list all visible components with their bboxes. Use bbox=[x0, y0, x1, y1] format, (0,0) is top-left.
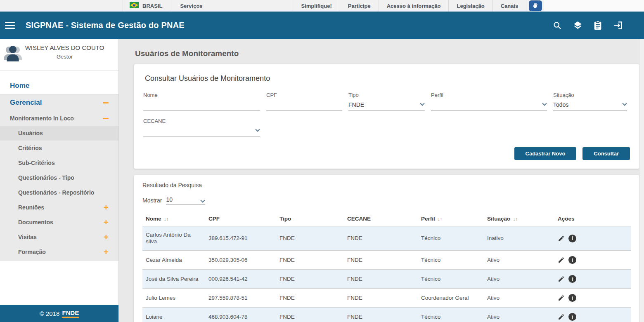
gov-link-acesso-a-informacao[interactable]: Acesso à informação bbox=[379, 0, 449, 12]
expand-plus-icon[interactable]: + bbox=[104, 220, 109, 225]
sort-icon[interactable]: ↓↑ bbox=[438, 216, 442, 222]
search-button[interactable]: Consultar bbox=[582, 147, 630, 160]
sidebar-item-sub-criterios[interactable]: Sub-Critérios bbox=[0, 155, 118, 170]
cell-cecane: FNDE bbox=[344, 270, 418, 289]
sidebar-item-questionarios-repositorio[interactable]: Questionários - Repositório bbox=[0, 185, 118, 200]
table-body: Carlos Antônio Da silva389.615.472-91FND… bbox=[142, 226, 631, 322]
clipboard-icon[interactable] bbox=[594, 21, 602, 30]
cecane-select[interactable] bbox=[143, 124, 260, 136]
gov-brand[interactable]: BRASIL bbox=[123, 0, 169, 12]
cell-situacao: Inativo bbox=[484, 226, 554, 251]
page-title: Usuários de Monitoramento bbox=[135, 49, 639, 58]
column-header-nome[interactable]: Nome↓↑ bbox=[142, 212, 205, 226]
gov-link-simplifique[interactable]: Simplifique! bbox=[293, 0, 340, 12]
info-icon[interactable]: i bbox=[568, 235, 576, 242]
edit-icon[interactable] bbox=[558, 294, 565, 301]
cpf-input[interactable] bbox=[266, 98, 342, 110]
cell-cecane: FNDE bbox=[344, 226, 418, 251]
info-icon[interactable]: i bbox=[568, 275, 576, 283]
column-header-cpf: CPF bbox=[205, 212, 276, 226]
gov-bar: BRASIL ServiçosSimplifique!ParticipeAces… bbox=[0, 0, 644, 12]
column-label: Situação bbox=[487, 216, 510, 222]
sidebar-footer: © 2018 FNDE bbox=[0, 305, 118, 322]
info-icon[interactable]: i bbox=[568, 313, 576, 321]
collapse-minus-icon[interactable] bbox=[103, 118, 109, 119]
edit-icon[interactable] bbox=[558, 235, 565, 242]
column-label: CPF bbox=[208, 216, 220, 222]
menu-icon[interactable] bbox=[5, 20, 15, 31]
cell-cpf: 297.559.878-51 bbox=[205, 289, 276, 308]
user-role: Gestor bbox=[23, 54, 106, 60]
field-tipo: TipoFNDE bbox=[348, 92, 425, 110]
column-header-perfil[interactable]: Perfil↓↑ bbox=[418, 212, 484, 226]
edit-icon[interactable] bbox=[558, 256, 565, 263]
info-icon[interactable]: i bbox=[568, 294, 576, 302]
gov-bar-spacer bbox=[0, 0, 123, 12]
cell-cpf: 350.029.305-06 bbox=[205, 251, 276, 270]
nome-input[interactable] bbox=[143, 98, 260, 110]
cell-cpf: 468.903.604-78 bbox=[205, 308, 276, 322]
layers-icon[interactable] bbox=[573, 21, 582, 30]
sidebar-item-visitas[interactable]: Visitas+ bbox=[0, 230, 118, 244]
scrollbar[interactable] bbox=[639, 39, 644, 322]
sidebar-item-monitoramento-in-loco[interactable]: Monitoramento In Loco bbox=[0, 111, 118, 126]
gov-link-legislacao[interactable]: Legislação bbox=[449, 0, 492, 12]
cell-perfil: Técnico bbox=[418, 226, 484, 251]
cell-situacao: Ativo bbox=[484, 251, 554, 270]
sidebar-item-label: Documentos bbox=[18, 219, 53, 226]
sidebar-item-criterios[interactable]: Critérios bbox=[0, 141, 118, 155]
brazil-flag-icon bbox=[130, 2, 139, 9]
perfil-select[interactable] bbox=[431, 98, 547, 110]
expand-plus-icon[interactable]: + bbox=[104, 249, 109, 254]
cell-perfil: Técnico bbox=[418, 308, 484, 322]
chevron-down-icon bbox=[542, 101, 547, 106]
sidebar-menu: HomeGerencialMonitoramento In LocoUsuári… bbox=[0, 78, 118, 261]
vlibras-button[interactable] bbox=[529, 0, 542, 11]
info-icon[interactable]: i bbox=[568, 256, 576, 264]
main-content: Usuários de Monitoramento Consultar Usuá… bbox=[119, 39, 644, 322]
sort-icon[interactable]: ↓↑ bbox=[164, 216, 168, 222]
cell-perfil: Técnico bbox=[418, 251, 484, 270]
cell-tipo: FNDE bbox=[276, 308, 344, 322]
cell-tipo: FNDE bbox=[276, 251, 344, 270]
edit-icon[interactable] bbox=[558, 275, 565, 282]
sidebar-item-reunioes[interactable]: Reuniões+ bbox=[0, 200, 118, 215]
cell-cpf: 000.926.541-42 bbox=[205, 270, 276, 289]
fnde-link[interactable]: FNDE bbox=[62, 309, 79, 318]
edit-icon[interactable] bbox=[558, 313, 565, 320]
sidebar-item-label: Monitoramento In Loco bbox=[10, 115, 74, 122]
sort-icon[interactable]: ↓↑ bbox=[513, 216, 517, 222]
cell-situacao: Ativo bbox=[484, 308, 554, 322]
column-label: Perfil bbox=[421, 216, 435, 222]
gov-link-servicos[interactable]: Serviços bbox=[169, 0, 293, 12]
situacao-select[interactable]: Todos bbox=[553, 98, 627, 110]
form-row-2: CECANE bbox=[143, 118, 630, 136]
logout-icon[interactable] bbox=[613, 21, 623, 30]
cell-cecane: FNDE bbox=[344, 289, 418, 308]
cell-acoes: i bbox=[554, 226, 631, 251]
column-header-situacao[interactable]: Situação↓↑ bbox=[484, 212, 554, 226]
copyright-text: © 2018 bbox=[40, 310, 60, 317]
sidebar-item-documentos[interactable]: Documentos+ bbox=[0, 215, 118, 230]
expand-plus-icon[interactable]: + bbox=[104, 205, 109, 210]
sidebar-item-gerencial[interactable]: Gerencial bbox=[0, 94, 118, 111]
table-row: Loiane468.903.604-78FNDEFNDETécnicoAtivo… bbox=[142, 308, 631, 322]
sidebar-item-questionarios-tipo[interactable]: Questionários - Tipo bbox=[0, 170, 118, 185]
gov-link-participe[interactable]: Participe bbox=[340, 0, 379, 12]
expand-plus-icon[interactable]: + bbox=[104, 235, 109, 240]
register-new-button[interactable]: Cadastrar Novo bbox=[514, 147, 577, 160]
sidebar-item-label: Reuniões bbox=[18, 204, 44, 211]
page-size-row: Mostrar 10 bbox=[142, 196, 631, 204]
sidebar-item-usuarios[interactable]: Usuários bbox=[0, 126, 118, 141]
table-row: Cezar Almeida350.029.305-06FNDEFNDETécni… bbox=[142, 251, 631, 270]
collapse-minus-icon[interactable] bbox=[103, 102, 109, 103]
table-header-row: Nome↓↑CPFTipoCECANEPerfil↓↑Situação↓↑Açõ… bbox=[142, 212, 631, 226]
chevron-down-icon bbox=[420, 101, 424, 106]
tipo-select[interactable]: FNDE bbox=[348, 98, 425, 110]
search-icon[interactable] bbox=[553, 21, 562, 30]
page-size-select[interactable]: 10 bbox=[166, 196, 205, 204]
sidebar-item-home[interactable]: Home bbox=[0, 78, 118, 94]
sidebar-item-formacao[interactable]: Formação+ bbox=[0, 244, 118, 259]
gov-link-canais[interactable]: Canais bbox=[493, 0, 527, 12]
cell-tipo: FNDE bbox=[276, 289, 344, 308]
